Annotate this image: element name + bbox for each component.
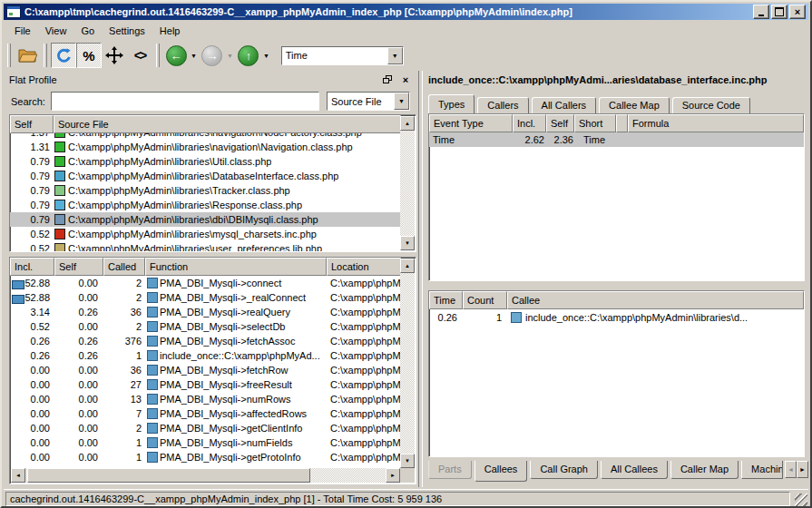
horizontal-scrollbar[interactable]: ◄ ►	[11, 468, 400, 483]
up-button[interactable]: ↑	[236, 43, 261, 68]
scroll-left-button[interactable]: ◄	[11, 468, 25, 483]
title-bar[interactable]: C:\xampp\tmp\cachegrind.out.1416463299-C…	[4, 4, 808, 20]
column-header-callee[interactable]: Callee	[507, 291, 804, 309]
table-row[interactable]: 0.00 0.00 1 PMA_DBI_Mysqli->numFields C:…	[10, 435, 400, 450]
table-row[interactable]: 1.31 C:\xampp\phpMyAdmin\libraries\navig…	[10, 140, 400, 154]
column-header-event-type[interactable]: Event Type	[429, 114, 513, 132]
menu-item[interactable]: Settings	[102, 24, 152, 39]
table-row[interactable]: 3.14 0.26 36 PMA_DBI_Mysqli->realQuery C…	[10, 305, 400, 319]
forward-dropdown[interactable]: ▼	[227, 53, 233, 59]
vertical-scrollbar[interactable]: ▲ ▼	[400, 259, 415, 468]
chevron-down-icon: ▼	[398, 98, 405, 104]
toolbar-handle[interactable]	[156, 44, 160, 67]
table-row[interactable]: 0.26 0.26 1 include_once::C:\xampp\phpMy…	[10, 348, 400, 363]
combo-dropdown-button[interactable]: ▼	[394, 93, 409, 110]
up-dropdown[interactable]: ▼	[263, 53, 269, 59]
dock-title-bar[interactable]: Flat Profile ×	[4, 71, 418, 89]
combo-dropdown-button[interactable]: ▼	[387, 47, 403, 64]
tab[interactable]: Source Code	[672, 97, 750, 113]
column-header-source-file[interactable]: Source File	[54, 115, 401, 133]
column-header-self[interactable]: Self	[546, 114, 574, 132]
called-count: 7	[103, 408, 145, 419]
scroll-right-button[interactable]: ►	[386, 468, 400, 483]
open-file-button[interactable]	[15, 43, 40, 68]
column-header-formula[interactable]: Formula	[628, 114, 804, 132]
table-row[interactable]: 0.00 0.00 36 PMA_DBI_Mysqli->fetchRow C:…	[10, 363, 400, 377]
scroll-down-button[interactable]: ▼	[400, 236, 415, 250]
table-row[interactable]: 0.00 0.00 27 PMA_DBI_Mysqli->freeResult …	[10, 377, 400, 392]
resize-grip[interactable]	[795, 493, 807, 506]
toolbar-handle[interactable]	[7, 44, 11, 67]
table-row[interactable]: 0.26 1 include_once::C:\xampp\phpMyAdmin…	[429, 309, 804, 325]
column-header-location[interactable]: Location	[327, 258, 401, 276]
scroll-down-button[interactable]: ▼	[400, 454, 415, 468]
table-row[interactable]: 0.52 C:\xampp\phpMyAdmin\libraries\mysql…	[10, 227, 400, 241]
tab-scroll-right-button[interactable]: ►	[797, 461, 808, 478]
column-header-time[interactable]: Time	[429, 291, 463, 309]
search-input[interactable]	[51, 92, 319, 111]
back-dropdown[interactable]: ▼	[191, 53, 197, 59]
table-row[interactable]: 0.00 0.00 13 PMA_DBI_Mysqli->numRows C:\…	[10, 392, 400, 406]
cycle-detection-button[interactable]	[51, 43, 76, 68]
relative-percent-button[interactable]: %	[76, 43, 102, 68]
table-row[interactable]: 0.26 0.26 376 PMA_DBI_Mysqli->fetchAssoc…	[10, 334, 400, 348]
tab[interactable]: Callees	[474, 461, 528, 482]
table-row[interactable]: 0.79 C:\xampp\phpMyAdmin\libraries\dbi\D…	[10, 212, 400, 227]
tab-scroll-left-button[interactable]: ◄	[785, 461, 797, 478]
column-header-incl[interactable]: Incl.	[10, 258, 54, 276]
menu-item[interactable]: File	[7, 24, 38, 39]
close-button[interactable]: ×	[789, 5, 806, 19]
grouping-combo[interactable]: Source File ▼	[327, 92, 410, 111]
tab[interactable]: All Callees	[601, 461, 668, 479]
column-header-self[interactable]: Self	[54, 258, 103, 276]
incl-cost: 0.00	[10, 437, 54, 448]
table-row[interactable]: 0.52 0.00 2 PMA_DBI_Mysqli->selectDb C:\…	[10, 319, 400, 334]
table-row[interactable]: 0.79 C:\xampp\phpMyAdmin\libraries\Respo…	[10, 198, 400, 212]
column-header-self[interactable]: Self	[10, 115, 54, 133]
toolbar-handle[interactable]	[44, 44, 47, 67]
column-header-blank[interactable]	[616, 114, 628, 132]
table-row[interactable]: 0.79 C:\xampp\phpMyAdmin\libraries\Track…	[10, 183, 400, 198]
minimize-button[interactable]	[753, 5, 769, 19]
table-row[interactable]: 52.88 0.00 2 PMA_DBI_Mysqli->_realConnec…	[10, 290, 400, 305]
tab[interactable]: Caller Map	[670, 461, 739, 479]
maximize-button[interactable]	[771, 5, 788, 19]
table-row[interactable]: 0.00 0.00 1 PMA_DBI_Mysqli->getProtoInfo…	[10, 450, 400, 464]
column-header-short[interactable]: Short	[574, 114, 616, 132]
tab[interactable]: Callee Map	[599, 97, 670, 113]
column-header-called[interactable]: Called	[103, 258, 145, 276]
table-row[interactable]: 0.00 0.00 7 PMA_DBI_Mysqli->affectedRows…	[10, 406, 400, 421]
table-row[interactable]: 52.88 0.00 2 PMA_DBI_Mysqli->connect C:\…	[10, 276, 400, 290]
event-type-combo[interactable]: Time ▼	[281, 46, 404, 65]
table-row[interactable]: Time 2.62 2.36 Time	[429, 132, 804, 147]
back-button[interactable]: ←	[163, 43, 189, 68]
tab[interactable]: All Callers	[532, 97, 597, 113]
column-header-function[interactable]: Function	[145, 258, 327, 276]
table-row[interactable]: 0.00 0.00 2 PMA_DBI_Mysqli->getClientInf…	[10, 421, 400, 435]
scroll-up-button[interactable]: ▲	[400, 116, 415, 131]
forward-button[interactable]: →	[200, 43, 225, 68]
table-row[interactable]: 0.79 C:\xampp\phpMyAdmin\libraries\Datab…	[10, 169, 400, 183]
column-header-count[interactable]: Count	[463, 291, 507, 309]
table-row[interactable]: 0.79 C:\xampp\phpMyAdmin\libraries\Util.…	[10, 154, 400, 169]
menu-item[interactable]: View	[38, 24, 74, 39]
dock-float-button[interactable]	[380, 73, 395, 86]
scrollbar-thumb[interactable]	[400, 137, 415, 157]
menu-item[interactable]: Go	[73, 24, 102, 39]
relative-to-parent-button[interactable]	[102, 43, 127, 68]
tab[interactable]: Types	[428, 94, 474, 113]
tab[interactable]: Call Graph	[530, 461, 598, 479]
vertical-scrollbar[interactable]: ▲ ▼	[400, 116, 415, 250]
scrollbar-thumb[interactable]	[27, 468, 310, 483]
menu-item[interactable]: Help	[152, 24, 188, 39]
column-header-incl[interactable]: Incl.	[513, 114, 546, 132]
scroll-up-button[interactable]: ▲	[400, 259, 415, 273]
table-row[interactable]: 0.52 C:\xampp\phpMyAdmin\libraries\user_…	[10, 241, 400, 251]
function-name: PMA_DBI_Mysqli->freeResult	[160, 379, 292, 390]
shorten-templates-button[interactable]: <>	[127, 43, 152, 68]
tab[interactable]: Machine	[741, 461, 783, 479]
dock-close-button[interactable]: ×	[398, 73, 413, 86]
table-row[interactable]: 1.37 C:\xampp\phpMyAdmin\libraries\navig…	[10, 133, 400, 140]
tab[interactable]: Callers	[477, 97, 528, 113]
tab[interactable]: Parts	[428, 461, 472, 479]
